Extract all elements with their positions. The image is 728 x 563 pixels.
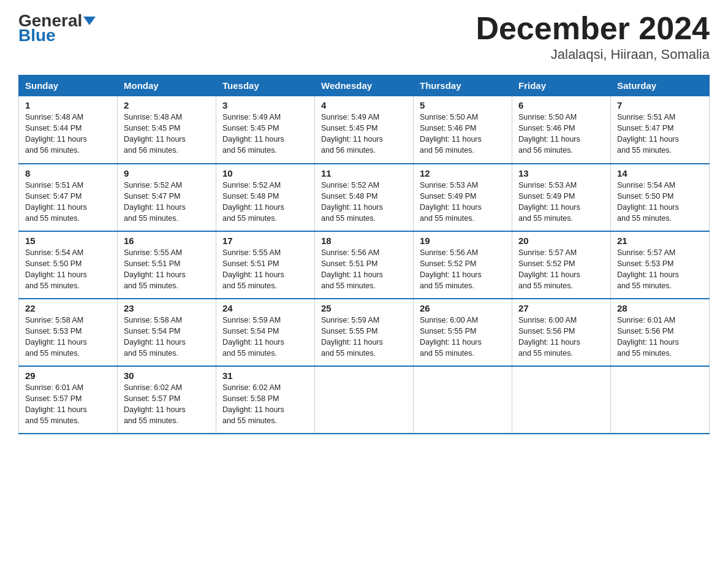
calendar-cell: [315, 366, 414, 434]
day-number: 19: [420, 236, 506, 246]
day-number: 18: [321, 236, 407, 246]
calendar-cell: 23 Sunrise: 5:58 AM Sunset: 5:54 PM Dayl…: [118, 299, 216, 366]
calendar-week-row: 8 Sunrise: 5:51 AM Sunset: 5:47 PM Dayli…: [19, 164, 710, 231]
calendar-week-row: 15 Sunrise: 5:54 AM Sunset: 5:50 PM Dayl…: [19, 231, 710, 299]
day-number: 24: [222, 303, 308, 313]
calendar-cell: [512, 366, 611, 434]
weekday-header-monday: Monday: [118, 75, 216, 96]
day-info: Sunrise: 5:57 AM Sunset: 5:53 PM Dayligh…: [617, 247, 703, 292]
calendar-cell: 5 Sunrise: 5:50 AM Sunset: 5:46 PM Dayli…: [414, 96, 512, 164]
day-number: 25: [321, 303, 407, 313]
calendar-cell: 4 Sunrise: 5:49 AM Sunset: 5:45 PM Dayli…: [315, 96, 414, 164]
calendar-cell: 21 Sunrise: 5:57 AM Sunset: 5:53 PM Dayl…: [611, 231, 710, 299]
day-info: Sunrise: 5:57 AM Sunset: 5:52 PM Dayligh…: [518, 247, 604, 292]
day-info: Sunrise: 5:52 AM Sunset: 5:48 PM Dayligh…: [222, 180, 308, 224]
day-number: 7: [617, 100, 703, 110]
calendar-week-row: 29 Sunrise: 6:01 AM Sunset: 5:57 PM Dayl…: [19, 366, 710, 434]
weekday-header-sunday: Sunday: [19, 75, 118, 96]
day-info: Sunrise: 6:01 AM Sunset: 5:56 PM Dayligh…: [617, 315, 703, 359]
day-info: Sunrise: 5:51 AM Sunset: 5:47 PM Dayligh…: [617, 112, 703, 156]
day-info: Sunrise: 6:01 AM Sunset: 5:57 PM Dayligh…: [25, 382, 111, 427]
day-number: 1: [25, 100, 111, 110]
day-number: 27: [518, 303, 604, 313]
day-info: Sunrise: 5:54 AM Sunset: 5:50 PM Dayligh…: [617, 180, 703, 224]
day-number: 16: [124, 236, 210, 246]
calendar-cell: 2 Sunrise: 5:48 AM Sunset: 5:45 PM Dayli…: [118, 96, 216, 164]
calendar-cell: 20 Sunrise: 5:57 AM Sunset: 5:52 PM Dayl…: [512, 231, 611, 299]
day-info: Sunrise: 6:02 AM Sunset: 5:57 PM Dayligh…: [124, 382, 210, 427]
weekday-header-saturday: Saturday: [611, 75, 710, 96]
day-number: 30: [124, 370, 210, 381]
day-number: 31: [222, 370, 308, 381]
day-number: 21: [617, 236, 703, 246]
day-number: 22: [25, 303, 111, 313]
day-info: Sunrise: 5:49 AM Sunset: 5:45 PM Dayligh…: [222, 112, 308, 156]
calendar-cell: 29 Sunrise: 6:01 AM Sunset: 5:57 PM Dayl…: [19, 366, 118, 434]
month-title: December 2024: [476, 12, 710, 44]
day-info: Sunrise: 5:48 AM Sunset: 5:45 PM Dayligh…: [124, 112, 210, 156]
day-number: 28: [617, 303, 703, 313]
calendar-header: SundayMondayTuesdayWednesdayThursdayFrid…: [19, 75, 710, 96]
calendar-cell: 10 Sunrise: 5:52 AM Sunset: 5:48 PM Dayl…: [216, 164, 315, 231]
day-info: Sunrise: 5:48 AM Sunset: 5:44 PM Dayligh…: [25, 112, 111, 156]
day-info: Sunrise: 5:58 AM Sunset: 5:54 PM Dayligh…: [124, 315, 210, 359]
header-right: December 2024 Jalalaqsi, Hiiraan, Somali…: [476, 12, 710, 63]
calendar-cell: 24 Sunrise: 5:59 AM Sunset: 5:54 PM Dayl…: [216, 299, 315, 366]
calendar-week-row: 22 Sunrise: 5:58 AM Sunset: 5:53 PM Dayl…: [19, 299, 710, 366]
weekday-header-wednesday: Wednesday: [315, 75, 414, 96]
day-number: 8: [25, 168, 111, 178]
weekday-header-row: SundayMondayTuesdayWednesdayThursdayFrid…: [19, 75, 710, 96]
calendar-cell: 15 Sunrise: 5:54 AM Sunset: 5:50 PM Dayl…: [19, 231, 118, 299]
day-info: Sunrise: 5:51 AM Sunset: 5:47 PM Dayligh…: [25, 180, 111, 224]
day-number: 29: [25, 370, 111, 381]
logo-blue: Blue: [18, 27, 56, 44]
weekday-header-tuesday: Tuesday: [216, 75, 315, 96]
day-number: 11: [321, 168, 407, 178]
logo: General Blue: [18, 12, 96, 44]
calendar-cell: [414, 366, 512, 434]
calendar-cell: 25 Sunrise: 5:59 AM Sunset: 5:55 PM Dayl…: [315, 299, 414, 366]
calendar-cell: 9 Sunrise: 5:52 AM Sunset: 5:47 PM Dayli…: [118, 164, 216, 231]
day-info: Sunrise: 5:59 AM Sunset: 5:55 PM Dayligh…: [321, 315, 407, 359]
day-info: Sunrise: 5:59 AM Sunset: 5:54 PM Dayligh…: [222, 315, 308, 359]
calendar-cell: 13 Sunrise: 5:53 AM Sunset: 5:49 PM Dayl…: [512, 164, 611, 231]
calendar-cell: 8 Sunrise: 5:51 AM Sunset: 5:47 PM Dayli…: [19, 164, 118, 231]
day-info: Sunrise: 5:56 AM Sunset: 5:52 PM Dayligh…: [420, 247, 506, 292]
day-number: 9: [124, 168, 210, 178]
calendar-cell: [611, 366, 710, 434]
calendar-cell: 26 Sunrise: 6:00 AM Sunset: 5:55 PM Dayl…: [414, 299, 512, 366]
day-number: 14: [617, 168, 703, 178]
day-info: Sunrise: 5:58 AM Sunset: 5:53 PM Dayligh…: [25, 315, 111, 359]
day-info: Sunrise: 5:50 AM Sunset: 5:46 PM Dayligh…: [518, 112, 604, 156]
day-info: Sunrise: 5:56 AM Sunset: 5:51 PM Dayligh…: [321, 247, 407, 292]
calendar-cell: 27 Sunrise: 6:00 AM Sunset: 5:56 PM Dayl…: [512, 299, 611, 366]
calendar-cell: 6 Sunrise: 5:50 AM Sunset: 5:46 PM Dayli…: [512, 96, 611, 164]
day-info: Sunrise: 5:54 AM Sunset: 5:50 PM Dayligh…: [25, 247, 111, 292]
calendar-cell: 14 Sunrise: 5:54 AM Sunset: 5:50 PM Dayl…: [611, 164, 710, 231]
day-number: 15: [25, 236, 111, 246]
day-number: 13: [518, 168, 604, 178]
calendar-cell: 30 Sunrise: 6:02 AM Sunset: 5:57 PM Dayl…: [118, 366, 216, 434]
calendar-cell: 18 Sunrise: 5:56 AM Sunset: 5:51 PM Dayl…: [315, 231, 414, 299]
day-info: Sunrise: 5:53 AM Sunset: 5:49 PM Dayligh…: [420, 180, 506, 224]
day-info: Sunrise: 6:00 AM Sunset: 5:55 PM Dayligh…: [420, 315, 506, 359]
day-info: Sunrise: 6:02 AM Sunset: 5:58 PM Dayligh…: [222, 382, 308, 427]
day-number: 23: [124, 303, 210, 313]
calendar-cell: 22 Sunrise: 5:58 AM Sunset: 5:53 PM Dayl…: [19, 299, 118, 366]
weekday-header-thursday: Thursday: [414, 75, 512, 96]
calendar-cell: 16 Sunrise: 5:55 AM Sunset: 5:51 PM Dayl…: [118, 231, 216, 299]
day-number: 10: [222, 168, 308, 178]
day-number: 20: [518, 236, 604, 246]
calendar-cell: 28 Sunrise: 6:01 AM Sunset: 5:56 PM Dayl…: [611, 299, 710, 366]
day-info: Sunrise: 6:00 AM Sunset: 5:56 PM Dayligh…: [518, 315, 604, 359]
day-info: Sunrise: 5:55 AM Sunset: 5:51 PM Dayligh…: [124, 247, 210, 292]
calendar-table: SundayMondayTuesdayWednesdayThursdayFrid…: [18, 75, 710, 434]
calendar-cell: 12 Sunrise: 5:53 AM Sunset: 5:49 PM Dayl…: [414, 164, 512, 231]
day-number: 5: [420, 100, 506, 110]
day-info: Sunrise: 5:55 AM Sunset: 5:51 PM Dayligh…: [222, 247, 308, 292]
day-info: Sunrise: 5:49 AM Sunset: 5:45 PM Dayligh…: [321, 112, 407, 156]
day-info: Sunrise: 5:50 AM Sunset: 5:46 PM Dayligh…: [420, 112, 506, 156]
day-info: Sunrise: 5:53 AM Sunset: 5:49 PM Dayligh…: [518, 180, 604, 224]
calendar-cell: 3 Sunrise: 5:49 AM Sunset: 5:45 PM Dayli…: [216, 96, 315, 164]
calendar-cell: 17 Sunrise: 5:55 AM Sunset: 5:51 PM Dayl…: [216, 231, 315, 299]
